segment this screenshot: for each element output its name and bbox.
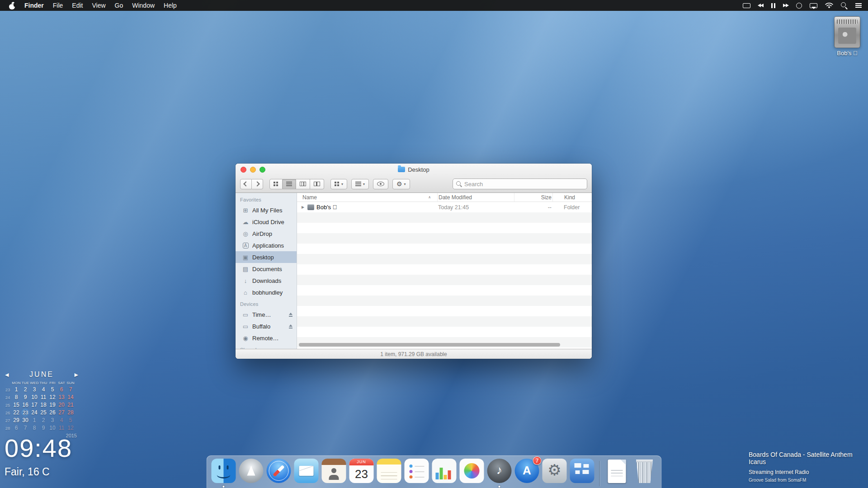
toolbar: ▾ ▾ ⚙▾ bbox=[236, 175, 592, 192]
calendar-day: 9 bbox=[21, 394, 30, 401]
dock-item-app-store[interactable]: 7 bbox=[514, 459, 540, 488]
menu-edit[interactable]: Edit bbox=[67, 0, 87, 11]
navigation-buttons bbox=[240, 179, 263, 189]
calendar-day: 10 bbox=[30, 394, 39, 401]
sidebar-item-label: Downloads bbox=[252, 277, 293, 284]
icon-view-button[interactable] bbox=[269, 179, 283, 189]
dock-item-system-preferences[interactable] bbox=[542, 459, 567, 488]
sort-ascending-icon: ∧ bbox=[428, 195, 431, 199]
sidebar-item-all-my-files[interactable]: ⊞All My Files bbox=[236, 204, 297, 216]
sidebar-item-airdrop[interactable]: ◎AirDrop bbox=[236, 228, 297, 239]
sidebar-item-bobhundley[interactable]: ⌂bobhundley bbox=[236, 286, 297, 298]
week-number: 26 bbox=[4, 409, 12, 417]
file-name-cell: ▶Bob's  bbox=[297, 204, 437, 211]
quicklook-button[interactable] bbox=[373, 179, 388, 189]
title-bar[interactable]: Desktop bbox=[236, 164, 592, 175]
document-icon bbox=[608, 460, 626, 483]
eye-icon bbox=[377, 182, 384, 186]
clock-widget: 09:48 Fair, 16 C bbox=[5, 436, 72, 478]
menu-finder[interactable]: Finder bbox=[20, 0, 48, 11]
airdrop-icon: ◎ bbox=[241, 230, 250, 237]
dock-item-notes[interactable] bbox=[377, 459, 402, 488]
column-header-kind[interactable]: Kind bbox=[552, 193, 592, 202]
minimize-button[interactable] bbox=[250, 167, 256, 173]
arrange-button[interactable]: ▾ bbox=[330, 179, 347, 189]
back-button[interactable] bbox=[240, 179, 252, 189]
airplay-icon[interactable] bbox=[810, 0, 817, 11]
close-button[interactable] bbox=[241, 167, 246, 173]
empty-row bbox=[297, 306, 592, 316]
dock-item-trash[interactable] bbox=[632, 459, 657, 488]
size-cell: -- bbox=[514, 204, 552, 211]
desktop-drive-icon[interactable]: Bob's  bbox=[826, 16, 868, 56]
calendar-prev-icon[interactable]: ◀ bbox=[5, 372, 9, 378]
rewind-icon[interactable] bbox=[758, 0, 764, 11]
sidebar-item-remote-[interactable]: ◉Remote… bbox=[236, 332, 297, 344]
disclosure-triangle-icon[interactable]: ▶ bbox=[301, 205, 305, 209]
file-list-area: Name∧Date ModifiedSizeKind ▶Bob's Today… bbox=[297, 193, 592, 349]
action-button[interactable]: ⚙▾ bbox=[392, 179, 410, 189]
horizontal-scrollbar[interactable] bbox=[299, 343, 560, 347]
dock-item-mail[interactable] bbox=[294, 459, 319, 488]
menu-file[interactable]: File bbox=[48, 0, 68, 11]
column-header-name[interactable]: Name∧ bbox=[297, 193, 437, 202]
eject-icon[interactable] bbox=[288, 324, 293, 328]
calendar-day: 4 bbox=[39, 386, 48, 394]
dock-item-mission-control[interactable] bbox=[570, 459, 595, 488]
dock-item-numbers[interactable] bbox=[432, 459, 457, 488]
dock-item-itunes[interactable] bbox=[487, 459, 512, 488]
menu-window[interactable]: Window bbox=[127, 0, 159, 11]
coverflow-view-button[interactable] bbox=[310, 179, 324, 189]
spotlight-icon[interactable] bbox=[841, 0, 848, 11]
dock-item-safari[interactable] bbox=[266, 459, 292, 488]
column-view-button[interactable] bbox=[296, 179, 310, 189]
calendar-day: 3 bbox=[30, 386, 39, 394]
dock-item-reminders[interactable] bbox=[404, 459, 429, 488]
menu-help[interactable]: Help bbox=[159, 0, 181, 11]
sidebar-item-applications[interactable]: AApplications bbox=[236, 239, 297, 251]
time-machine-icon[interactable] bbox=[796, 0, 802, 11]
menu-go[interactable]: Go bbox=[110, 0, 128, 11]
notification-center-icon[interactable] bbox=[855, 0, 862, 11]
dock-item-launchpad[interactable] bbox=[239, 459, 264, 488]
sidebar-item-documents[interactable]: ▤Documents bbox=[236, 263, 297, 275]
column-header-size[interactable]: Size bbox=[514, 193, 552, 202]
dock-item-contacts[interactable] bbox=[321, 459, 347, 488]
group-button[interactable]: ▾ bbox=[351, 179, 369, 189]
eject-icon[interactable] bbox=[288, 313, 293, 317]
calendar-next-icon[interactable]: ▶ bbox=[75, 372, 78, 378]
dock-item-photos[interactable] bbox=[459, 459, 485, 488]
column-header-date[interactable]: Date Modified bbox=[437, 193, 514, 202]
dock-item-finder[interactable] bbox=[211, 459, 236, 488]
sidebar-item-buffalo[interactable]: ▭Buffalo bbox=[236, 320, 297, 332]
forward-button[interactable] bbox=[252, 179, 263, 189]
window-controls bbox=[241, 164, 265, 175]
calendar-day: 5 bbox=[66, 417, 75, 424]
search-input[interactable] bbox=[464, 181, 584, 188]
list-view-button[interactable] bbox=[283, 179, 296, 189]
display-icon[interactable] bbox=[743, 0, 750, 11]
view-buttons bbox=[269, 179, 324, 189]
fast-forward-icon[interactable] bbox=[783, 0, 788, 11]
zoom-button[interactable] bbox=[259, 167, 265, 173]
file-row[interactable]: ▶Bob's Today 21:45--Folder bbox=[297, 202, 592, 212]
search-field[interactable] bbox=[453, 178, 587, 189]
kind-cell: Folder bbox=[552, 204, 592, 211]
calendar-day: 2 bbox=[39, 417, 48, 424]
sidebar-item-desktop[interactable]: ▣Desktop bbox=[236, 251, 297, 263]
dock-item-document[interactable] bbox=[604, 459, 630, 488]
finder-window: Desktop ▾ ▾ ⚙▾ bbox=[236, 164, 592, 359]
external-drive-icon: ▭ bbox=[241, 311, 250, 318]
pause-icon[interactable] bbox=[771, 0, 775, 11]
applications-icon: A bbox=[243, 243, 249, 249]
apple-menu[interactable] bbox=[5, 0, 20, 11]
weather-text: Fair, 16 C bbox=[5, 466, 72, 478]
sidebar-item-icloud-drive[interactable]: ☁iCloud Drive bbox=[236, 216, 297, 228]
home-icon: ⌂ bbox=[241, 289, 250, 296]
sidebar-item-time-[interactable]: ▭Time… bbox=[236, 309, 297, 320]
dock-item-calendar[interactable]: JUN23 bbox=[349, 459, 374, 488]
menu-view[interactable]: View bbox=[87, 0, 110, 11]
forward-icon bbox=[255, 181, 259, 186]
sidebar-item-downloads[interactable]: ↓Downloads bbox=[236, 275, 297, 286]
wifi-icon[interactable] bbox=[825, 0, 833, 11]
